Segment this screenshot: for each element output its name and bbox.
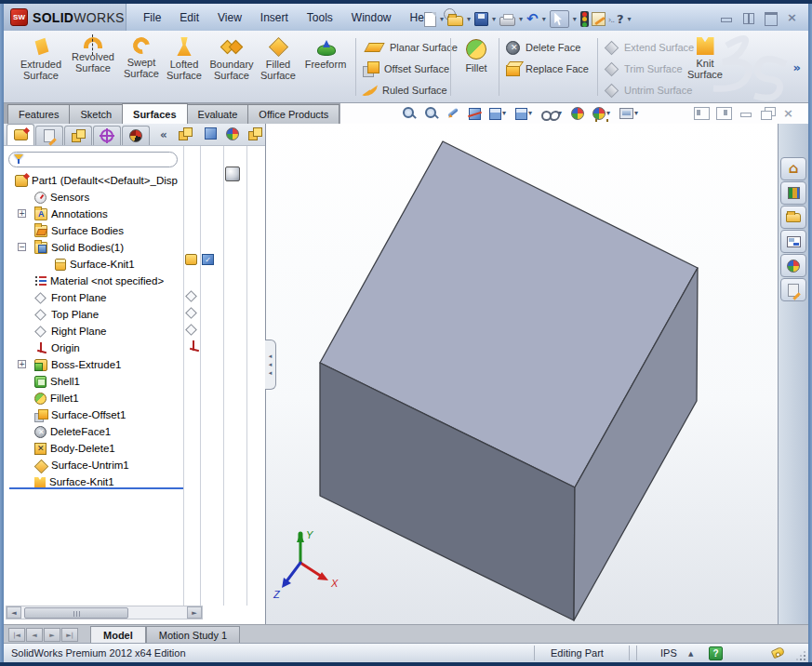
print-icon[interactable] xyxy=(499,17,515,26)
zoom-to-fit-icon[interactable] xyxy=(402,106,416,120)
first-tab-button[interactable]: |◄ xyxy=(8,628,25,642)
tree-item-deleteface1[interactable]: DeleteFace1 xyxy=(4,423,185,440)
view-settings-icon[interactable] xyxy=(619,108,633,119)
menu-tools[interactable]: Tools xyxy=(298,8,342,27)
tree-item-annotations[interactable]: Annotations xyxy=(4,206,185,222)
ribbon-overflow-button[interactable]: » xyxy=(793,60,801,74)
tree-item-shell1[interactable]: Shell1 xyxy=(4,373,185,390)
tab-office-products[interactable]: Office Products xyxy=(247,104,339,124)
offset-surface-button[interactable]: Offset Surface xyxy=(363,60,449,77)
zoom-to-area-icon[interactable] xyxy=(424,106,438,120)
scroll-right-button[interactable]: ► xyxy=(187,606,202,619)
panel-collapse-handle[interactable]: ◂ ◂ ◂ xyxy=(265,340,276,390)
delete-face-button[interactable]: Delete Face xyxy=(506,39,580,56)
tab-displaymanager[interactable] xyxy=(122,126,150,145)
taskpane-appearances-button[interactable] xyxy=(780,254,806,277)
model-canvas[interactable]: Y X Z xyxy=(266,124,778,624)
help-icon[interactable]: ? xyxy=(617,12,624,26)
apply-scene-icon[interactable] xyxy=(592,107,606,120)
tree-item-surface-untrim1[interactable]: Surface-Untrim1 xyxy=(4,457,185,473)
tree-item-part1[interactable]: Part1 (Default<<Default>_Disp xyxy=(4,172,185,189)
tree-item-boss-extrude1[interactable]: Boss-Extrude1 xyxy=(4,356,185,373)
lofted-surface-button[interactable]: Lofted Surface xyxy=(162,33,206,81)
minimize-button[interactable] xyxy=(720,12,732,23)
maximize-button[interactable] xyxy=(765,12,777,23)
section-view-icon[interactable] xyxy=(469,108,481,120)
appearance-swatch[interactable] xyxy=(225,166,240,181)
tree-filter-input[interactable] xyxy=(8,152,178,167)
taskpane-file-explorer-button[interactable] xyxy=(780,206,806,229)
display-style-dropdown[interactable]: ▾ xyxy=(528,109,532,117)
extruded-surface-button[interactable]: Extruded Surface xyxy=(15,33,67,81)
rollback-bar[interactable] xyxy=(9,487,183,489)
view-orientation-dropdown[interactable]: ▾ xyxy=(502,109,506,117)
tree-item-sensors[interactable]: Sensors xyxy=(4,189,185,206)
graphics-viewport[interactable]: Y X Z xyxy=(266,124,778,624)
menu-edit[interactable]: Edit xyxy=(170,8,208,27)
close-button[interactable]: × xyxy=(787,12,799,23)
select-tool-button[interactable] xyxy=(550,10,569,28)
collapse-panel-button[interactable]: « xyxy=(160,128,167,141)
tags-icon[interactable] xyxy=(771,646,786,659)
save-icon[interactable] xyxy=(474,12,488,26)
tree-item-origin[interactable]: Origin xyxy=(4,340,185,356)
fillet-button[interactable]: Fillet xyxy=(456,34,497,73)
tree-item-surface-knit1-body[interactable]: Surface-Knit1 xyxy=(4,256,185,273)
tree-item-right-plane[interactable]: Right Plane xyxy=(4,323,185,340)
undo-dropdown[interactable]: ▾ xyxy=(542,15,546,23)
open-icon[interactable] xyxy=(447,16,463,26)
tab-model[interactable]: Model xyxy=(90,626,146,643)
rebuild-traffic-light-icon[interactable] xyxy=(580,11,589,27)
edit-appearance-icon[interactable] xyxy=(571,107,584,120)
tree-item-top-plane[interactable]: Top Plane xyxy=(4,306,185,323)
next-tab-button[interactable]: ► xyxy=(44,628,60,642)
tree-horizontal-scrollbar[interactable]: ◄ ► xyxy=(6,606,203,619)
toolbar-overflow-icon[interactable]: ›.. xyxy=(608,15,614,24)
units-dropdown-icon[interactable]: ▲ xyxy=(688,650,693,658)
replace-face-button[interactable]: Replace Face xyxy=(506,60,589,77)
help-dropdown[interactable]: ▾ xyxy=(628,15,632,23)
previous-tab-button[interactable]: ◄ xyxy=(26,628,43,642)
tab-propertymanager[interactable] xyxy=(35,126,63,145)
taskpane-custom-properties-button[interactable] xyxy=(780,278,806,301)
units-selector[interactable]: IPS xyxy=(660,647,677,659)
document-restore-icon[interactable] xyxy=(761,107,775,119)
undo-icon[interactable]: ↶ xyxy=(526,11,539,27)
tree-item-solid-bodies[interactable]: Solid Bodies(1) xyxy=(4,239,185,256)
apply-scene-dropdown[interactable]: ▾ xyxy=(606,109,610,117)
view-orientation-icon[interactable] xyxy=(489,108,501,120)
filled-surface-button[interactable]: Filled Surface xyxy=(257,33,300,81)
tab-configurationmanager[interactable] xyxy=(64,126,92,145)
taskpane-home-button[interactable]: ⌂ xyxy=(780,157,806,180)
last-tab-button[interactable]: ►| xyxy=(61,628,78,642)
scrollbar-thumb[interactable] xyxy=(24,607,128,619)
print-dropdown[interactable]: ▾ xyxy=(519,15,523,23)
new-document-icon[interactable] xyxy=(424,12,436,27)
quick-tips-icon[interactable]: ? xyxy=(709,646,723,660)
document-minimize-icon[interactable] xyxy=(739,107,752,119)
menu-view[interactable]: View xyxy=(208,8,251,27)
tab-sketch[interactable]: Sketch xyxy=(69,104,123,124)
tree-item-surface-offset1[interactable]: Surface-Offset1 xyxy=(4,406,185,423)
previous-view-icon[interactable] xyxy=(446,106,460,120)
boundary-surface-button[interactable]: Boundary Surface xyxy=(205,33,259,81)
select-dropdown[interactable]: ▾ xyxy=(573,15,577,23)
scroll-left-button[interactable]: ◄ xyxy=(7,606,21,619)
resize-grip[interactable] xyxy=(796,651,805,660)
tab-motion-study-1[interactable]: Motion Study 1 xyxy=(146,626,240,643)
document-close-icon[interactable]: × xyxy=(783,107,793,119)
swept-surface-button[interactable]: Swept Surface xyxy=(119,33,164,79)
menu-insert[interactable]: Insert xyxy=(251,8,298,27)
expand-boss-extrude1[interactable]: + xyxy=(18,360,26,368)
freeform-button[interactable]: Freeform xyxy=(300,33,352,70)
tab-dimxpertmanager[interactable] xyxy=(93,126,121,145)
tree-item-body-delete1[interactable]: Body-Delete1 xyxy=(4,440,185,457)
taskpane-view-palette-button[interactable] xyxy=(780,230,806,253)
taskpane-design-library-button[interactable] xyxy=(780,181,806,205)
knit-surface-button[interactable]: Knit Surface xyxy=(681,33,729,80)
tree-item-front-plane[interactable]: Front Plane xyxy=(4,289,185,306)
expand-annotations[interactable]: + xyxy=(18,209,26,218)
toggle-left-pane-icon[interactable] xyxy=(694,107,708,119)
hide-show-items-icon[interactable] xyxy=(541,110,557,120)
display-style-icon[interactable] xyxy=(515,108,527,120)
